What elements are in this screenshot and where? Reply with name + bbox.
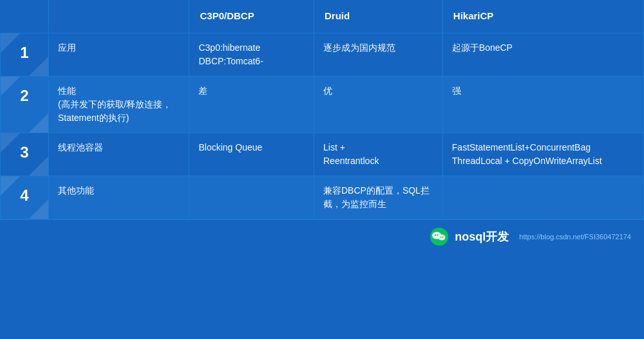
row-number-text: 1	[20, 44, 28, 61]
header-label	[48, 0, 189, 33]
table-row: 4其他功能兼容DBCP的配置，SQL拦截，为监控而生	[1, 176, 644, 219]
row-number-text: 3	[20, 143, 28, 161]
footer-bar: nosql开发 https://blog.csdn.net/FSI3604721…	[0, 219, 644, 253]
row-number: 4	[1, 176, 49, 219]
table-row: 2性能 (高并发下的获取/释放连接，Statement的执行)差优强	[1, 76, 644, 133]
row-hikari: 起源于BoneCP	[442, 33, 643, 76]
row-number: 1	[1, 33, 49, 76]
row-label: 应用	[48, 33, 189, 76]
svg-point-3	[435, 234, 436, 235]
svg-point-5	[440, 236, 442, 237]
header-hikari: HikariCP	[442, 0, 643, 33]
row-druid: List + Reentrantlock	[314, 133, 443, 176]
row-c3p0: C3p0:hibernate DBCP:Tomcat6-	[189, 33, 314, 76]
row-c3p0: Blocking Queue	[189, 133, 314, 176]
table-row: 1应用C3p0:hibernate DBCP:Tomcat6-逐步成为国内规范起…	[1, 33, 644, 76]
row-hikari: FastStatementList+ConcurrentBag ThreadLo…	[442, 133, 643, 176]
row-c3p0	[189, 176, 314, 219]
row-number: 2	[1, 76, 49, 133]
row-hikari	[442, 176, 643, 219]
footer-url: https://blog.csdn.net/FSI360472174	[519, 233, 631, 241]
row-number-text: 4	[20, 187, 28, 204]
header-druid: Druid	[314, 0, 443, 33]
header-num	[1, 0, 49, 33]
brand-text: nosql开发	[455, 229, 509, 244]
header-c3p0: C3P0/DBCP	[189, 0, 314, 33]
row-druid: 兼容DBCP的配置，SQL拦截，为监控而生	[314, 176, 443, 219]
svg-point-2	[439, 234, 446, 240]
row-label: 性能 (高并发下的获取/释放连接，Statement的执行)	[48, 76, 189, 133]
row-label: 其他功能	[48, 176, 189, 219]
footer-brand: nosql开发	[429, 226, 509, 247]
row-hikari: 强	[442, 76, 643, 133]
row-druid: 逐步成为国内规范	[314, 33, 443, 76]
wechat-icon	[429, 226, 450, 247]
table-row: 3线程池容器Blocking QueueList + Reentrantlock…	[1, 133, 644, 176]
row-c3p0: 差	[189, 76, 314, 133]
row-label: 线程池容器	[48, 133, 189, 176]
row-number: 3	[1, 133, 49, 176]
comparison-table: C3P0/DBCP Druid HikariCP 1应用C3p0:hiberna…	[0, 0, 644, 219]
row-druid: 优	[314, 76, 443, 133]
row-number-text: 2	[20, 87, 28, 104]
svg-point-4	[437, 234, 439, 235]
svg-point-6	[442, 236, 444, 237]
